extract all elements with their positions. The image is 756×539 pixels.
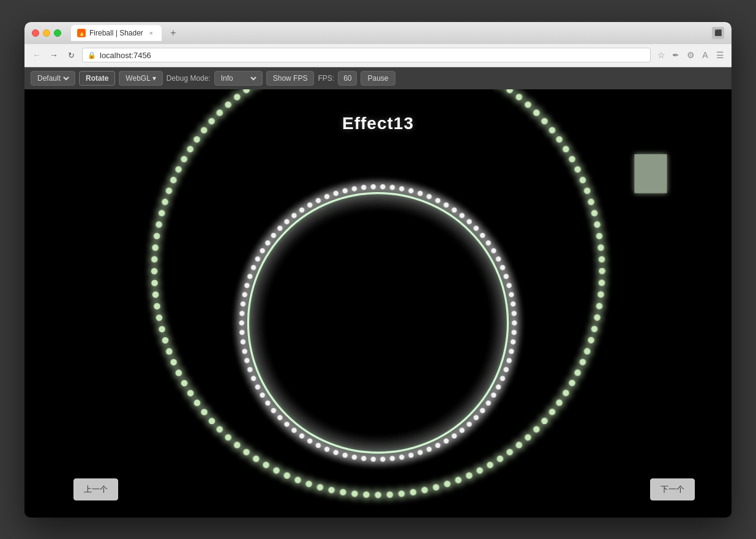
svg-point-52 bbox=[201, 408, 208, 415]
back-button[interactable]: ← bbox=[31, 49, 43, 61]
svg-point-18 bbox=[549, 408, 556, 415]
svg-point-109 bbox=[525, 101, 531, 108]
svg-point-152 bbox=[342, 452, 347, 457]
svg-point-157 bbox=[299, 433, 304, 438]
svg-point-148 bbox=[380, 456, 385, 461]
translate-icon[interactable]: A bbox=[700, 50, 711, 61]
menu-icon[interactable]: ☰ bbox=[714, 50, 725, 61]
svg-point-181 bbox=[271, 232, 276, 237]
debug-mode-select[interactable]: Info None Stats Verbose bbox=[219, 73, 258, 83]
svg-point-55 bbox=[181, 379, 187, 386]
svg-point-72 bbox=[166, 187, 173, 194]
svg-point-153 bbox=[333, 450, 338, 455]
svg-point-183 bbox=[284, 219, 289, 224]
svg-point-184 bbox=[291, 213, 296, 218]
svg-point-49 bbox=[225, 434, 231, 440]
bookmark-icon[interactable]: ☆ bbox=[656, 50, 667, 61]
svg-point-124 bbox=[599, 256, 605, 262]
svg-point-10 bbox=[591, 325, 598, 332]
next-button[interactable]: 下一个 bbox=[650, 478, 695, 500]
svg-point-191 bbox=[352, 186, 357, 191]
svg-point-79 bbox=[208, 117, 215, 124]
svg-point-78 bbox=[201, 127, 208, 133]
svg-point-154 bbox=[324, 447, 329, 452]
svg-point-209 bbox=[496, 256, 501, 261]
svg-point-62 bbox=[154, 302, 160, 309]
svg-point-119 bbox=[588, 198, 594, 205]
svg-point-7 bbox=[597, 291, 604, 297]
svg-point-25 bbox=[487, 461, 493, 468]
svg-point-126 bbox=[512, 320, 517, 325]
browser-window: 🔥 Fireball | Shader × + ⬛ ← → ↻ 🔒 localh… bbox=[24, 22, 732, 518]
svg-point-22 bbox=[515, 442, 522, 448]
active-tab[interactable]: 🔥 Fireball | Shader × bbox=[71, 25, 162, 41]
svg-point-67 bbox=[152, 244, 159, 251]
svg-point-59 bbox=[162, 336, 168, 343]
svg-point-178 bbox=[255, 256, 260, 261]
svg-point-156 bbox=[307, 438, 312, 443]
svg-point-64 bbox=[151, 279, 158, 286]
new-tab-button[interactable]: + bbox=[165, 27, 181, 39]
preset-select-wrapper[interactable]: Default bbox=[31, 71, 75, 86]
svg-point-131 bbox=[504, 366, 509, 371]
svg-point-118 bbox=[584, 187, 591, 194]
svg-point-36 bbox=[363, 491, 370, 498]
title-bar: 🔥 Fireball | Shader × + ⬛ bbox=[24, 22, 732, 44]
minimize-button[interactable] bbox=[43, 29, 50, 37]
svg-point-197 bbox=[408, 188, 413, 193]
svg-point-74 bbox=[175, 166, 182, 173]
svg-point-161 bbox=[271, 407, 276, 412]
svg-point-28 bbox=[455, 477, 462, 483]
svg-point-111 bbox=[541, 117, 548, 124]
svg-point-38 bbox=[340, 489, 346, 496]
svg-point-65 bbox=[151, 267, 157, 274]
pause-button[interactable]: Pause bbox=[361, 71, 395, 86]
maximize-button[interactable] bbox=[54, 29, 61, 37]
svg-point-174 bbox=[242, 292, 247, 297]
svg-point-211 bbox=[504, 273, 509, 278]
svg-point-172 bbox=[239, 311, 244, 316]
svg-point-114 bbox=[563, 146, 569, 152]
prev-button[interactable]: 上一个 bbox=[73, 478, 118, 500]
svg-point-188 bbox=[324, 194, 329, 199]
svg-point-212 bbox=[506, 283, 511, 288]
url-bar[interactable]: 🔒 localhost:7456 bbox=[82, 48, 651, 62]
svg-point-138 bbox=[466, 422, 471, 426]
svg-point-204 bbox=[466, 219, 471, 224]
forward-button[interactable]: → bbox=[48, 49, 60, 61]
svg-point-66 bbox=[151, 256, 158, 262]
svg-point-145 bbox=[408, 452, 413, 457]
debug-mode-select-wrapper[interactable]: Info None Stats Verbose bbox=[214, 71, 263, 86]
pen-icon[interactable]: ✒ bbox=[670, 50, 681, 61]
traffic-lights bbox=[32, 29, 61, 37]
tab-close-button[interactable]: × bbox=[147, 29, 155, 37]
webgl-button[interactable]: WebGL ▾ bbox=[119, 71, 162, 86]
svg-point-171 bbox=[239, 320, 244, 325]
svg-point-170 bbox=[239, 330, 244, 335]
svg-point-215 bbox=[511, 311, 516, 316]
tab-favicon: 🔥 bbox=[77, 29, 86, 37]
svg-point-32 bbox=[410, 489, 416, 496]
show-fps-button[interactable]: Show FPS bbox=[266, 71, 315, 86]
svg-point-121 bbox=[594, 221, 601, 228]
svg-point-27 bbox=[466, 472, 473, 478]
close-button[interactable] bbox=[32, 29, 39, 37]
svg-point-80 bbox=[216, 109, 223, 116]
svg-point-151 bbox=[352, 454, 357, 459]
extensions-icon[interactable]: ⚙ bbox=[685, 50, 696, 61]
svg-point-129 bbox=[509, 348, 514, 353]
svg-point-31 bbox=[421, 486, 428, 493]
svg-point-24 bbox=[496, 455, 503, 462]
svg-point-8 bbox=[596, 302, 603, 309]
svg-point-142 bbox=[435, 442, 440, 447]
svg-point-177 bbox=[251, 265, 256, 270]
svg-point-26 bbox=[476, 467, 483, 474]
rotate-button[interactable]: Rotate bbox=[79, 71, 115, 86]
svg-rect-125 bbox=[634, 154, 667, 193]
svg-point-198 bbox=[417, 190, 422, 195]
reload-button[interactable]: ↻ bbox=[65, 49, 77, 61]
svg-point-173 bbox=[241, 301, 245, 306]
svg-point-5 bbox=[599, 267, 605, 274]
preset-select[interactable]: Default bbox=[35, 73, 71, 83]
svg-point-13 bbox=[580, 359, 586, 365]
